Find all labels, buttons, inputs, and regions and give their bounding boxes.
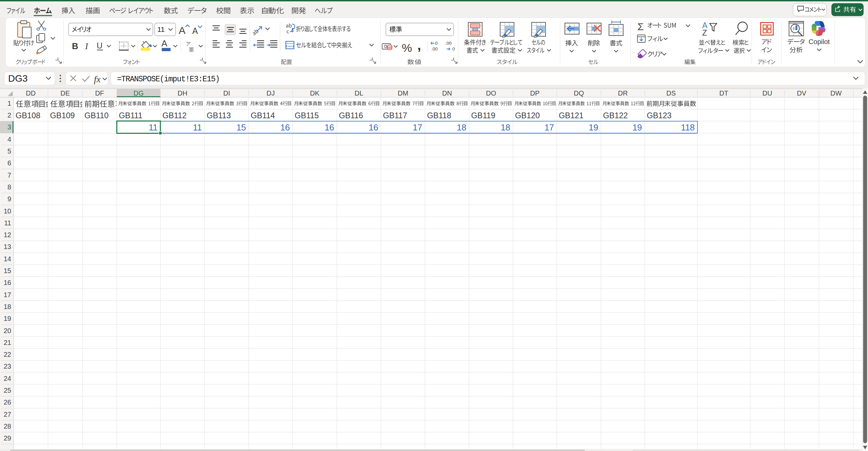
svg-text:3: 3	[7, 123, 11, 131]
svg-text:GB116: GB116	[339, 111, 363, 120]
svg-text:11: 11	[193, 123, 202, 132]
svg-text:15: 15	[236, 123, 246, 132]
svg-text:11: 11	[4, 219, 11, 227]
svg-text:GB121: GB121	[559, 111, 584, 120]
svg-text:DL: DL	[355, 89, 363, 97]
svg-text:9: 9	[7, 195, 11, 203]
svg-text:25: 25	[4, 387, 11, 394]
svg-text:GB123: GB123	[647, 111, 672, 120]
svg-text:A: A	[192, 26, 198, 36]
svg-text:8: 8	[7, 183, 11, 191]
svg-text:15: 15	[4, 267, 11, 274]
svg-text:4: 4	[7, 136, 11, 143]
svg-text:Σ: Σ	[637, 21, 644, 32]
svg-text:23: 23	[4, 363, 11, 370]
svg-text:17: 17	[413, 123, 422, 132]
svg-text:GB112: GB112	[162, 111, 186, 120]
svg-text:22: 22	[4, 351, 11, 358]
svg-text:GB111: GB111	[119, 111, 143, 120]
svg-text:19: 19	[589, 123, 598, 132]
svg-text:DF: DF	[95, 89, 104, 97]
svg-text:Z: Z	[702, 28, 707, 37]
svg-text:20: 20	[4, 327, 11, 334]
svg-text:DJ: DJ	[267, 89, 275, 97]
svg-text:18: 18	[501, 123, 510, 132]
svg-text:DT: DT	[719, 89, 728, 97]
svg-text:DK: DK	[310, 89, 319, 97]
svg-text:24: 24	[4, 375, 11, 382]
svg-text:5: 5	[7, 147, 11, 155]
svg-text:17: 17	[4, 291, 11, 299]
svg-text:GB122: GB122	[603, 111, 628, 120]
svg-text:DR: DR	[618, 89, 628, 97]
svg-text:27: 27	[4, 411, 11, 418]
svg-text:11: 11	[149, 123, 158, 132]
svg-text:GB117: GB117	[383, 111, 407, 120]
svg-text:0: 0	[435, 41, 438, 46]
svg-text:17: 17	[545, 123, 554, 132]
svg-text:0: 0	[452, 46, 455, 52]
svg-text:fx: fx	[94, 74, 101, 84]
svg-text:GB109: GB109	[50, 111, 75, 120]
svg-text:GB110: GB110	[84, 111, 108, 120]
svg-text:A: A	[161, 38, 167, 48]
svg-text:GB114: GB114	[251, 111, 275, 120]
svg-text:GB115: GB115	[295, 111, 319, 120]
svg-text:DO: DO	[486, 89, 496, 97]
svg-text:DQ: DQ	[574, 89, 584, 97]
svg-text:12: 12	[4, 231, 11, 239]
svg-text:%: %	[402, 41, 412, 54]
svg-text:GB119: GB119	[471, 111, 495, 120]
svg-text:21: 21	[4, 339, 11, 346]
svg-text:I: I	[85, 41, 88, 51]
svg-text:14: 14	[4, 255, 11, 263]
svg-text:DP: DP	[530, 89, 540, 97]
svg-text:DG: DG	[134, 89, 144, 97]
svg-text:DI: DI	[223, 89, 230, 97]
svg-text:10: 10	[4, 207, 11, 215]
svg-text:A: A	[179, 25, 185, 36]
svg-text:DV: DV	[797, 89, 806, 97]
svg-text:DN: DN	[442, 89, 452, 97]
svg-text:13: 13	[4, 243, 11, 250]
svg-text:11: 11	[157, 25, 165, 33]
svg-text:DG3: DG3	[8, 73, 28, 84]
svg-text:19: 19	[632, 123, 642, 132]
svg-text:GB120: GB120	[515, 111, 540, 120]
svg-text:.00: .00	[445, 41, 452, 46]
svg-text:29: 29	[4, 434, 11, 442]
svg-text:DM: DM	[398, 89, 408, 97]
svg-text:16: 16	[369, 123, 378, 132]
svg-text:19: 19	[4, 315, 11, 322]
svg-text:6: 6	[7, 159, 11, 167]
svg-text:GB113: GB113	[207, 111, 231, 120]
svg-text:B: B	[72, 41, 78, 51]
svg-text:7: 7	[7, 171, 11, 179]
svg-text:GB118: GB118	[427, 111, 451, 120]
svg-text:DE: DE	[60, 89, 70, 97]
svg-text:DD: DD	[26, 89, 36, 97]
svg-text:Copilot: Copilot	[809, 38, 830, 45]
svg-text:U: U	[97, 41, 102, 50]
svg-text:18: 18	[4, 303, 11, 310]
svg-text:=TRANSPOSE(imput!E3:E15): =TRANSPOSE(imput!E3:E15)	[117, 75, 219, 84]
svg-text:28: 28	[4, 423, 11, 430]
svg-text:.00: .00	[431, 46, 438, 52]
svg-text:DU: DU	[763, 89, 772, 97]
svg-text:16: 16	[324, 123, 334, 132]
svg-text:DS: DS	[666, 89, 676, 97]
svg-text:16: 16	[280, 123, 290, 132]
svg-text:2: 2	[7, 111, 11, 119]
svg-text:DH: DH	[178, 89, 188, 97]
svg-text:118: 118	[681, 123, 695, 132]
svg-text:18: 18	[457, 123, 466, 132]
svg-text:26: 26	[4, 398, 11, 406]
svg-text:,: ,	[417, 38, 421, 53]
svg-text:DW: DW	[830, 89, 842, 97]
svg-text:1: 1	[7, 100, 11, 107]
svg-text:GB108: GB108	[16, 111, 40, 120]
svg-text:16: 16	[4, 279, 11, 286]
